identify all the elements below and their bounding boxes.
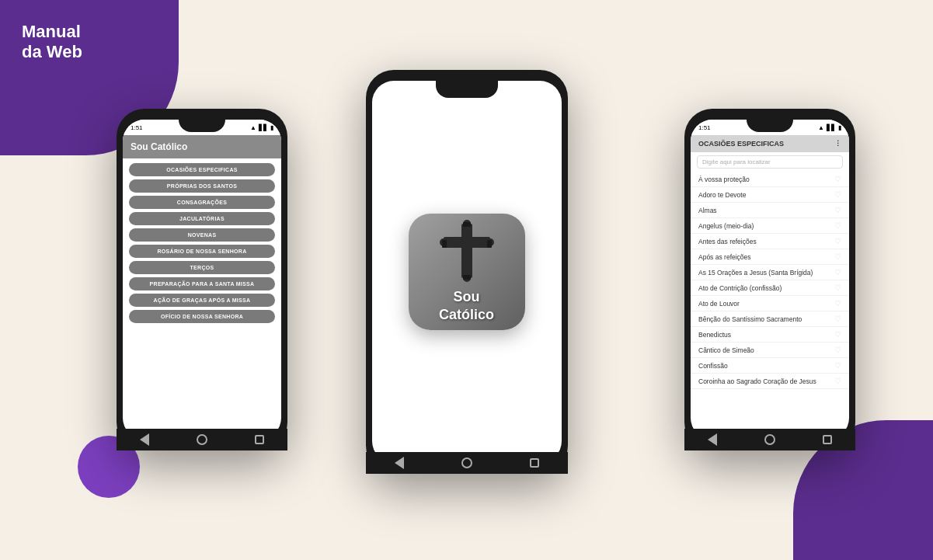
- menu-item[interactable]: NOVENAS: [129, 228, 275, 242]
- back-button-left[interactable]: [140, 433, 149, 446]
- list-item[interactable]: Cântico de Simeão♡: [691, 343, 849, 358]
- favorite-icon[interactable]: ♡: [834, 252, 841, 261]
- menu-item[interactable]: OFÍCIO DE NOSSA SENHORA: [129, 310, 275, 323]
- cross-icon: [440, 220, 494, 282]
- back-button-center[interactable]: [395, 457, 404, 469]
- list-item-label: Confissão: [698, 362, 728, 370]
- battery-icon-r: ▮: [838, 124, 841, 131]
- signal-icon-r: ▋▋: [827, 124, 836, 131]
- bottom-nav-right: [684, 429, 855, 450]
- time-right: 1:51: [698, 124, 711, 131]
- left-app-header: Sou Católico: [123, 135, 281, 158]
- home-button-left[interactable]: [197, 434, 207, 445]
- list-item-label: Coroinha ao Sagrado Coração de Jesus: [698, 377, 816, 385]
- list-item-label: Angelus (meio-dia): [698, 222, 754, 230]
- favorite-icon[interactable]: ♡: [834, 175, 841, 183]
- logo-line1: Manual: [22, 22, 82, 42]
- home-button-center[interactable]: [461, 457, 472, 468]
- list-item-label: Cântico de Simeão: [698, 346, 754, 354]
- right-list-header: OCASIÕES ESPECIFICAS ⋮: [691, 135, 849, 152]
- list-item[interactable]: Benedictus♡: [691, 327, 849, 343]
- notch-center: [436, 81, 498, 98]
- bottom-nav-left: [117, 429, 287, 450]
- svg-rect-8: [442, 240, 447, 248]
- menu-item[interactable]: AÇÃO DE GRAÇAS APÓS A MISSA: [129, 294, 275, 307]
- list-item-label: Almas: [698, 207, 717, 214]
- list-item-label: À vossa proteção: [698, 176, 750, 183]
- list-item-label: Antes das refeições: [698, 238, 757, 245]
- favorite-icon[interactable]: ♡: [834, 190, 841, 199]
- menu-item[interactable]: ROSÁRIO DE NOSSA SENHORA: [129, 245, 275, 258]
- recents-button-center[interactable]: [530, 458, 539, 468]
- search-bar-right[interactable]: Digite aqui para localizar: [697, 155, 843, 169]
- favorite-icon[interactable]: ♡: [834, 237, 841, 245]
- notch-left: [179, 120, 225, 132]
- list-item-label: Adoro te Devote: [698, 191, 746, 199]
- status-icons-left: ▲ ▋▋ ▮: [250, 124, 273, 131]
- favorite-icon[interactable]: ♡: [834, 361, 841, 370]
- recents-button-left[interactable]: [255, 435, 264, 444]
- menu-item[interactable]: PRÓPRIAS DOS SANTOS: [129, 179, 275, 193]
- list-item-label: Benedictus: [698, 331, 731, 339]
- svg-rect-1: [444, 237, 490, 248]
- list-item-label: Ato de Louvor: [698, 300, 740, 308]
- favorite-icon[interactable]: ♡: [834, 299, 841, 308]
- favorite-icon[interactable]: ♡: [834, 206, 841, 214]
- menu-item[interactable]: TERÇOS: [129, 261, 275, 274]
- menu-item[interactable]: OCASIÕES ESPECIFICAS: [129, 163, 275, 176]
- recents-button-right[interactable]: [823, 435, 832, 444]
- app-icon-box: Sou Católico: [409, 214, 525, 330]
- favorite-icon[interactable]: ♡: [834, 330, 841, 339]
- svg-rect-0: [461, 224, 472, 278]
- center-app-text: Sou Católico: [439, 288, 494, 325]
- phone-left: 1:51 ▲ ▋▋ ▮ Sou Católico OCASIÕES ESPECI…: [117, 109, 287, 450]
- brand-logo: Manual da Web: [22, 22, 82, 63]
- search-placeholder: Digite aqui para localizar: [702, 158, 771, 165]
- phone-right: 1:51 ▲ ▋▋ ▮ OCASIÕES ESPECIFICAS ⋮ Digit…: [684, 109, 855, 450]
- favorite-icon[interactable]: ♡: [834, 377, 841, 385]
- menu-item[interactable]: PREPARAÇÃO PARA A SANTA MISSA: [129, 277, 275, 290]
- back-button-right[interactable]: [708, 433, 717, 446]
- favorite-icon[interactable]: ♡: [834, 346, 841, 354]
- home-button-right[interactable]: [764, 434, 775, 445]
- right-list-items: À vossa proteção♡Adoro te Devote♡Almas♡A…: [691, 172, 849, 389]
- list-item[interactable]: Após as refeições♡: [691, 249, 849, 265]
- list-item[interactable]: Almas♡: [691, 203, 849, 218]
- list-item[interactable]: Antes das refeições♡: [691, 234, 849, 249]
- svg-rect-6: [463, 222, 471, 227]
- favorite-icon[interactable]: ♡: [834, 268, 841, 277]
- favorite-icon[interactable]: ♡: [834, 315, 841, 323]
- battery-icon: ▮: [270, 124, 273, 131]
- center-app-screen: Sou Católico: [372, 81, 562, 463]
- list-item[interactable]: Confissão♡: [691, 358, 849, 374]
- menu-item[interactable]: CONSAGRAÇÕES: [129, 196, 275, 209]
- wifi-icon: ▲: [250, 124, 256, 131]
- svg-rect-9: [487, 240, 492, 248]
- phone-right-screen: 1:51 ▲ ▋▋ ▮ OCASIÕES ESPECIFICAS ⋮ Digit…: [691, 120, 849, 440]
- list-item[interactable]: As 15 Orações a Jesus (Santa Brígida)♡: [691, 265, 849, 280]
- right-list-title: OCASIÕES ESPECIFICAS: [698, 140, 784, 148]
- list-item-label: Ato de Contrição (confissão): [698, 284, 782, 292]
- menu-dots-icon[interactable]: ⋮: [834, 140, 841, 148]
- favorite-icon[interactable]: ♡: [834, 283, 841, 292]
- list-item[interactable]: Ato de Contrição (confissão)♡: [691, 280, 849, 296]
- svg-rect-7: [463, 275, 471, 280]
- signal-icon: ▋▋: [259, 124, 268, 131]
- menu-item[interactable]: JACULATÓRIAS: [129, 212, 275, 225]
- logo-line2: da Web: [22, 42, 82, 62]
- list-item[interactable]: À vossa proteção♡: [691, 172, 849, 187]
- left-menu-list: OCASIÕES ESPECIFICASPRÓPRIAS DOS SANTOSC…: [123, 158, 281, 328]
- list-item-label: As 15 Orações a Jesus (Santa Brígida): [698, 269, 813, 277]
- list-item[interactable]: Ato de Louvor♡: [691, 296, 849, 311]
- list-item-label: Após as refeições: [698, 253, 751, 261]
- list-item[interactable]: Bênção do Santíssimo Sacramento♡: [691, 311, 849, 327]
- wifi-icon-r: ▲: [818, 124, 824, 131]
- list-item[interactable]: Coroinha ao Sagrado Coração de Jesus♡: [691, 374, 849, 389]
- left-app-title: Sou Católico: [131, 141, 187, 152]
- favorite-icon[interactable]: ♡: [834, 221, 841, 230]
- list-item[interactable]: Angelus (meio-dia)♡: [691, 218, 849, 234]
- notch-right: [747, 120, 793, 132]
- time-left: 1:51: [131, 124, 143, 131]
- bottom-nav-center: [366, 452, 568, 474]
- list-item[interactable]: Adoro te Devote♡: [691, 187, 849, 203]
